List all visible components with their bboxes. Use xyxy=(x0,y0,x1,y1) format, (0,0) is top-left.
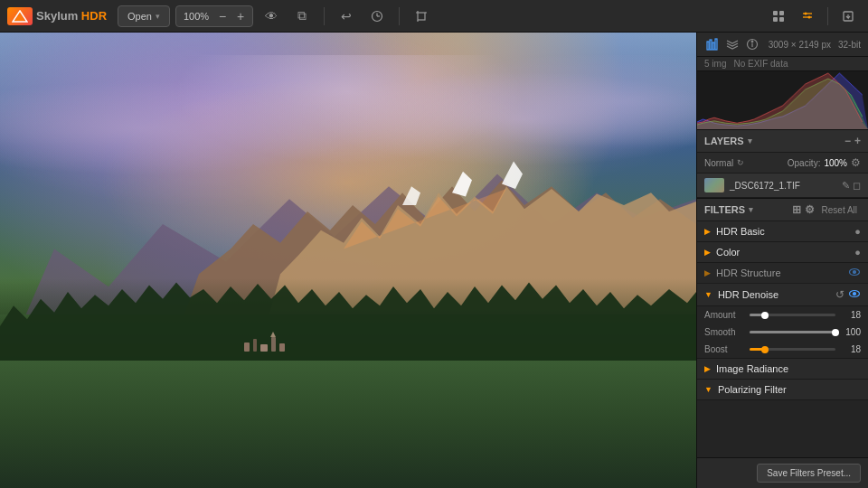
layer-settings-icon[interactable]: ⚙ xyxy=(851,156,861,169)
zoom-plus-button[interactable]: + xyxy=(232,8,249,24)
filters-title: FILTERS xyxy=(704,204,745,215)
smooth-track[interactable] xyxy=(750,331,835,333)
boost-thumb[interactable] xyxy=(761,346,769,353)
info-icon[interactable] xyxy=(744,36,760,52)
open-button[interactable]: Open ▾ xyxy=(118,5,170,27)
svg-rect-11 xyxy=(779,11,784,15)
amount-label: Amount xyxy=(704,310,744,320)
layers-title: LAYERS xyxy=(704,136,744,146)
boost-value: 18 xyxy=(841,344,861,354)
opacity-label: Opacity: xyxy=(788,158,821,168)
undo-button[interactable]: ↩ xyxy=(334,5,359,27)
panel-info-icons xyxy=(704,36,760,52)
hdr-basic-visibility[interactable]: ● xyxy=(854,226,861,237)
right-panel: 3009 × 2149 px 32-bit 5 img No EXIF data… xyxy=(696,33,868,488)
hdr-basic-label: HDR Basic xyxy=(716,226,765,237)
crop-button[interactable] xyxy=(409,5,434,27)
save-preset-button[interactable]: Save Filters Preset... xyxy=(757,464,861,483)
layer-edit-icon[interactable]: ✎ xyxy=(842,180,850,192)
zoom-control: 100% − + xyxy=(175,5,253,27)
filter-hdr-basic[interactable]: ▶ HDR Basic ● xyxy=(697,221,868,242)
view-button[interactable]: 👁 xyxy=(259,5,284,27)
radiance-arrow: ▶ xyxy=(704,364,711,373)
layers-minus-button[interactable]: − xyxy=(844,135,851,147)
svg-rect-13 xyxy=(779,17,784,22)
histogram-canvas xyxy=(697,71,868,129)
bit-depth: 32-bit xyxy=(838,40,861,50)
color-icons: ● xyxy=(854,247,861,258)
blend-mode[interactable]: Normal xyxy=(704,158,733,168)
svg-rect-29 xyxy=(710,40,712,50)
svg-point-36 xyxy=(854,271,856,274)
structure-visibility[interactable] xyxy=(848,267,861,278)
history-button[interactable] xyxy=(364,5,390,27)
layers-icon[interactable] xyxy=(724,36,741,52)
denoise-reset-icon[interactable]: ↺ xyxy=(835,288,844,301)
radiance-label: Image Radiance xyxy=(716,363,788,374)
smooth-slider-row: Smooth 100 xyxy=(697,324,868,341)
structure-label: HDR Structure xyxy=(716,267,781,278)
toolbar-separator xyxy=(324,7,325,25)
logo-text: Skylum HDR xyxy=(36,9,107,23)
structure-icons xyxy=(848,267,861,278)
smooth-label: Smooth xyxy=(704,327,744,337)
image-info: 3009 × 2149 px 32-bit xyxy=(769,40,861,50)
filters-settings-icon[interactable]: ⚙ xyxy=(805,203,815,216)
amount-track[interactable] xyxy=(750,314,835,316)
smooth-thumb[interactable] xyxy=(832,329,839,336)
hdr-basic-arrow: ▶ xyxy=(704,227,711,236)
filter-hdr-structure[interactable]: ▶ HDR Structure xyxy=(697,263,868,284)
filters-add-icon[interactable]: ⊞ xyxy=(792,203,801,216)
export-button[interactable] xyxy=(835,5,861,27)
filters-dropdown-arrow[interactable]: ▾ xyxy=(749,205,753,214)
app-logo: Skylum HDR xyxy=(7,7,107,25)
panel-info: 3009 × 2149 px 32-bit xyxy=(697,33,868,57)
layer-name: _DSC6172_1.TIF xyxy=(730,181,836,191)
save-bar: Save Filters Preset... xyxy=(697,457,868,488)
sliders-button[interactable] xyxy=(795,5,820,27)
opacity-value[interactable]: 100% xyxy=(824,158,847,168)
svg-rect-12 xyxy=(773,17,778,22)
histogram xyxy=(697,71,868,129)
layer-thumbnail xyxy=(704,178,724,192)
svg-marker-24 xyxy=(452,171,472,196)
toolbar: Skylum HDR Open ▾ 100% − + 👁 ⧉ ↩ xyxy=(0,0,868,33)
filter-hdr-denoise-expanded: ▼ HDR Denoise ↺ Amount xyxy=(697,284,868,359)
polarizing-label: Polarizing Filter xyxy=(718,384,787,395)
village-layer xyxy=(244,337,285,352)
zoom-value: 100% xyxy=(180,11,212,22)
amount-thumb[interactable] xyxy=(761,312,769,319)
boost-track[interactable] xyxy=(750,348,835,351)
layers-plus-button[interactable]: + xyxy=(854,135,861,147)
color-visibility[interactable]: ● xyxy=(854,247,861,258)
amount-value: 18 xyxy=(841,310,861,320)
svg-rect-5 xyxy=(418,13,425,20)
filter-color[interactable]: ▶ Color ● xyxy=(697,242,868,263)
filters-section-header: FILTERS ▾ ⊞ ⚙ Reset All xyxy=(697,198,868,221)
compare-button[interactable]: ⧉ xyxy=(289,5,315,27)
svg-point-34 xyxy=(751,41,753,42)
filter-image-radiance[interactable]: ▶ Image Radiance xyxy=(697,359,868,380)
canvas-area[interactable] xyxy=(0,33,696,488)
denoise-visibility-icon[interactable] xyxy=(848,288,861,301)
histogram-icon[interactable] xyxy=(704,36,721,52)
toolbar-separator-2 xyxy=(399,7,400,25)
filter-polarizing[interactable]: ▼ Polarizing Filter xyxy=(697,380,868,400)
toolbar-sep-r xyxy=(827,7,828,25)
image-count: 5 img xyxy=(704,59,726,69)
open-dropdown-arrow: ▾ xyxy=(156,12,160,21)
denoise-arrow: ▼ xyxy=(704,290,712,299)
reset-all-button[interactable]: Reset All xyxy=(818,204,861,216)
logo-icon xyxy=(7,7,33,25)
exif-data: No EXIF data xyxy=(733,59,788,69)
svg-marker-27 xyxy=(0,283,696,361)
layer-item[interactable]: _DSC6172_1.TIF ✎ ◻ xyxy=(697,174,868,198)
hdr-basic-icons: ● xyxy=(854,226,861,237)
image-canvas xyxy=(0,33,696,488)
layers-dropdown-arrow[interactable]: ▾ xyxy=(748,136,752,145)
zoom-minus-button[interactable]: − xyxy=(214,8,231,24)
blend-mode-arrow[interactable]: ↻ xyxy=(737,158,744,167)
smooth-value: 100 xyxy=(841,327,861,337)
grid-view-button[interactable] xyxy=(766,5,791,27)
layer-mask-icon[interactable]: ◻ xyxy=(853,180,861,192)
